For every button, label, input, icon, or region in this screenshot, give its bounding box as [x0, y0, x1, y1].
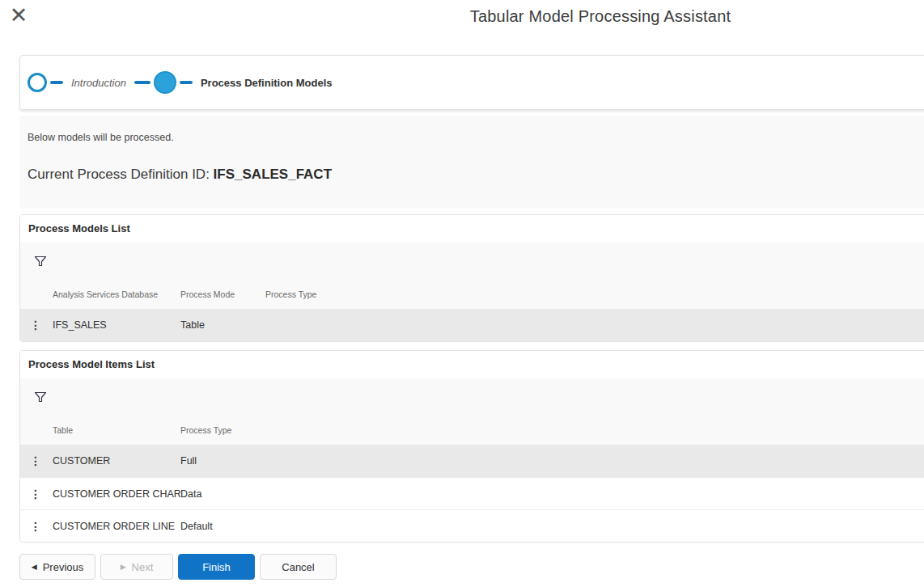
- cell-table: CUSTOMER: [53, 455, 180, 467]
- finish-button[interactable]: Finish: [178, 554, 255, 580]
- row-menu-icon[interactable]: ⋮: [20, 455, 41, 467]
- wizard-stepper: Introduction Process Definition Models: [19, 55, 924, 110]
- process-model-items-list-title: Process Model Items List: [20, 351, 924, 378]
- previous-button-label: Previous: [43, 561, 84, 573]
- row-menu-icon[interactable]: ⋮: [20, 521, 41, 532]
- step-connector: [50, 81, 63, 84]
- process-definition-id: Current Process Definition ID: IFS_SALES…: [28, 167, 924, 183]
- summary-message: Below models will be processed.: [28, 132, 924, 143]
- process-model-items-column-headers: Table Process Type: [20, 416, 924, 445]
- cell-process-type: Data: [180, 488, 265, 500]
- row-menu-icon[interactable]: ⋮: [20, 488, 41, 500]
- close-icon[interactable]: ✕: [6, 3, 31, 27]
- table-row[interactable]: ⋮ CUSTOMER ORDER LINE Default: [20, 509, 924, 542]
- column-header[interactable]: Process Type: [265, 289, 924, 299]
- next-button-label: Next: [132, 561, 154, 573]
- step-connector: [134, 81, 150, 84]
- filter-icon[interactable]: [34, 255, 47, 268]
- cell-process-type: Full: [180, 455, 265, 467]
- step-introduction[interactable]: Introduction: [28, 73, 131, 92]
- table-row[interactable]: ⋮ IFS_SALES Table: [20, 309, 924, 341]
- process-model-items-list: Process Model Items List Table Process T…: [19, 350, 924, 543]
- finish-button-label: Finish: [202, 561, 231, 573]
- process-models-column-headers: Analysis Services Database Process Mode …: [20, 280, 924, 309]
- table-row[interactable]: ⋮ CUSTOMER ORDER CHAR( Data: [20, 477, 924, 509]
- cell-process-mode: Table: [180, 319, 265, 331]
- row-menu-icon[interactable]: ⋮: [20, 319, 41, 331]
- cancel-button-label: Cancel: [282, 561, 314, 573]
- process-models-list: Process Models List Analysis Services Da…: [19, 214, 924, 342]
- step-connector: [180, 81, 193, 84]
- cell-table: CUSTOMER ORDER LINE: [53, 521, 180, 532]
- step-process-definition-models[interactable]: Process Definition Models: [131, 71, 337, 94]
- table-row[interactable]: ⋮ CUSTOMER Full: [20, 445, 924, 477]
- next-button[interactable]: ▶ Next: [100, 554, 173, 580]
- page-title: Tabular Model Processing Assistant: [0, 0, 924, 26]
- column-header[interactable]: Analysis Services Database: [53, 289, 180, 299]
- summary-panel: Below models will be processed. Current …: [19, 116, 924, 208]
- cancel-button[interactable]: Cancel: [260, 554, 337, 580]
- step-label-introduction[interactable]: Introduction: [71, 77, 126, 89]
- process-models-filter-bar: [20, 243, 924, 280]
- step-circle-process-definition-models[interactable]: [154, 71, 176, 94]
- next-icon: ▶: [121, 563, 126, 571]
- process-definition-id-value: IFS_SALES_FACT: [214, 167, 332, 182]
- column-header[interactable]: Process Mode: [180, 289, 265, 299]
- cell-analysis-services-database: IFS_SALES: [53, 319, 180, 331]
- process-models-list-title: Process Models List: [20, 215, 924, 243]
- previous-icon: ◀: [32, 563, 37, 571]
- column-header[interactable]: Table: [53, 425, 180, 435]
- step-label-process-definition-models[interactable]: Process Definition Models: [201, 77, 333, 89]
- cell-table: CUSTOMER ORDER CHAR(: [53, 488, 180, 500]
- dialog-header: ✕ Tabular Model Processing Assistant: [0, 0, 924, 53]
- column-header[interactable]: Process Type: [180, 425, 265, 435]
- process-model-items-filter-bar: [20, 378, 924, 416]
- footer-button-bar: ◀ Previous ▶ Next Finish Cancel: [19, 554, 924, 580]
- filter-icon[interactable]: [34, 391, 47, 403]
- step-circle-introduction[interactable]: [28, 73, 47, 92]
- previous-button[interactable]: ◀ Previous: [19, 554, 95, 580]
- process-definition-id-label: Current Process Definition ID:: [28, 167, 210, 182]
- cell-process-type: Default: [180, 521, 265, 532]
